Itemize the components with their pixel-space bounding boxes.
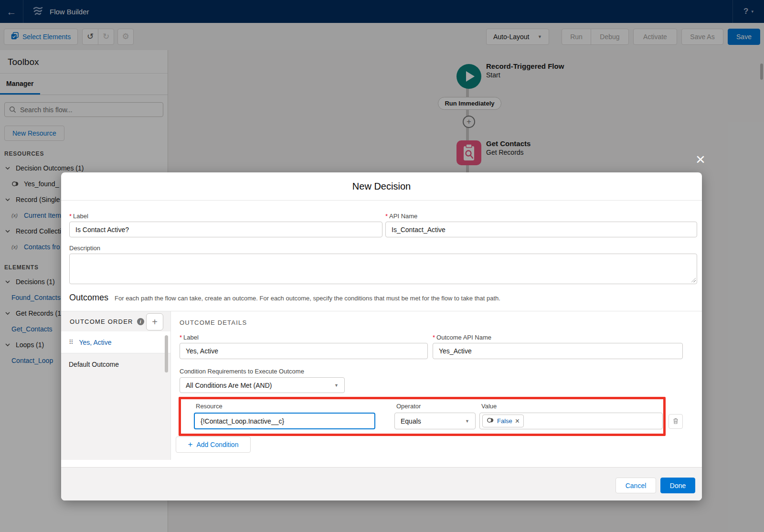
value-combobox[interactable]: False × — [479, 413, 663, 429]
chevron-down-icon: ▼ — [334, 383, 339, 388]
outcome-list-scrollbar[interactable] — [165, 335, 168, 372]
add-condition-button[interactable]: + Add Condition — [176, 436, 251, 453]
trash-icon — [672, 417, 679, 426]
outcome-item-default[interactable]: Default Outcome — [61, 353, 170, 375]
textarea-resize-handle[interactable] — [690, 277, 696, 282]
value-pill-label: False — [497, 417, 512, 425]
chevron-down-icon: ▼ — [465, 419, 469, 424]
operator-label: Operator — [396, 403, 421, 410]
cancel-label: Cancel — [626, 482, 647, 489]
outcome-label-input[interactable] — [180, 343, 428, 359]
outcome-api-input[interactable] — [433, 343, 683, 359]
condition-requirements-value: All Conditions Are Met (AND) — [186, 382, 272, 389]
add-condition-label: Add Condition — [196, 441, 238, 448]
modal-footer: Cancel Done — [61, 467, 702, 500]
done-button[interactable]: Done — [660, 478, 695, 493]
api-name-input[interactable] — [385, 222, 697, 237]
operator-value: Equals — [401, 417, 421, 425]
resource-label: Resource — [196, 403, 223, 410]
outcomes-section: Outcome Order i + ⠿ Yes, Active Default … — [61, 311, 702, 460]
new-decision-modal: New Decision Label API Name Description … — [61, 172, 702, 500]
outcome-details-header: Outcome Details — [180, 319, 247, 326]
resource-input[interactable] — [194, 413, 375, 429]
outcome-item-label: Yes, Active — [79, 339, 112, 346]
label-field-label: Label — [69, 213, 88, 220]
cancel-button[interactable]: Cancel — [615, 478, 656, 493]
outcome-api-field-label: Outcome API Name — [433, 334, 491, 341]
condition-requirements-select[interactable]: All Conditions Are Met (AND) ▼ — [180, 377, 345, 393]
condition-requirements-label: Condition Requirements to Execute Outcom… — [180, 368, 304, 375]
delete-condition-button[interactable] — [668, 414, 683, 429]
outcome-order-label: Outcome Order — [70, 318, 133, 325]
description-textarea[interactable] — [69, 254, 697, 284]
close-icon[interactable]: × — [693, 152, 708, 166]
modal-title: New Decision — [61, 172, 702, 201]
plus-icon: + — [188, 440, 193, 449]
outcomes-heading: Outcomes For each path the flow can take… — [69, 293, 500, 303]
done-label: Done — [670, 482, 686, 489]
operator-select[interactable]: Equals ▼ — [394, 413, 476, 429]
description-field-label: Description — [69, 245, 100, 252]
outcomes-description: For each path the flow can take, create … — [115, 295, 500, 302]
outcome-item-yes-active[interactable]: ⠿ Yes, Active — [61, 331, 170, 353]
add-outcome-button[interactable]: + — [146, 313, 163, 330]
value-pill: False × — [482, 415, 524, 427]
api-name-field-label: API Name — [385, 213, 417, 220]
toggle-icon — [487, 416, 494, 426]
outcome-label-field-label: Label — [180, 334, 199, 341]
plus-icon: + — [152, 317, 158, 328]
value-label: Value — [481, 403, 497, 410]
flow-builder-screen: ← Flow Builder ? ▾ Select Elemen — [0, 0, 764, 532]
drag-handle-icon[interactable]: ⠿ — [69, 339, 74, 346]
info-icon[interactable]: i — [137, 318, 144, 325]
label-input[interactable] — [69, 222, 382, 237]
outcome-item-label: Default Outcome — [69, 361, 119, 368]
outcomes-title: Outcomes — [69, 293, 108, 303]
remove-value-icon[interactable]: × — [515, 417, 520, 425]
outcome-order-panel: Outcome Order i + ⠿ Yes, Active Default … — [61, 311, 171, 460]
